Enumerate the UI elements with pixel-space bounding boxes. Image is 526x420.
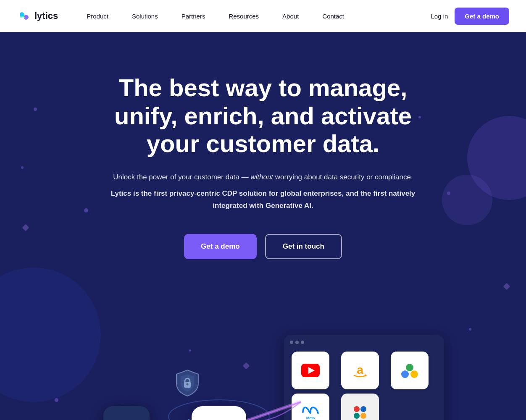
nav-item-contact[interactable]: Contact	[310, 13, 356, 20]
nav-item-resources[interactable]: Resources	[217, 13, 271, 20]
hero-subtitle-2: Lytics is the first privacy-centric CDP …	[99, 188, 427, 212]
deco-diamond	[22, 224, 29, 231]
nav-actions: Log in Get a demo	[431, 8, 509, 25]
nav-item-solutions[interactable]: Solutions	[120, 13, 170, 20]
logo-icon	[17, 9, 31, 23]
hero-section: The best way to manage, unify, enrich, a…	[0, 32, 526, 420]
navbar: lytics Product Solutions Partners Resour…	[0, 0, 526, 32]
deco-dot	[21, 166, 24, 169]
hero-get-in-touch-button[interactable]: Get in touch	[265, 234, 342, 259]
nav-links: Product Solutions Partners Resources Abo…	[75, 13, 431, 20]
hero-illustration: a M	[32, 318, 494, 420]
login-link[interactable]: Log in	[431, 13, 448, 20]
nav-get-demo-button[interactable]: Get a demo	[455, 8, 509, 25]
hero-subtitle-1: Unlock the power of your customer data —…	[99, 171, 427, 184]
hero-get-demo-button[interactable]: Get a demo	[184, 234, 257, 259]
logo-text: lytics	[34, 10, 58, 21]
svg-rect-0	[17, 9, 31, 23]
hero-content: The best way to manage, unify, enrich, a…	[74, 32, 452, 318]
deco-dot	[34, 108, 37, 111]
nav-item-product[interactable]: Product	[75, 13, 120, 20]
nav-item-partners[interactable]: Partners	[170, 13, 217, 20]
logo-link[interactable]: lytics	[17, 9, 58, 23]
hero-title: The best way to manage, unify, enrich, a…	[99, 74, 427, 158]
nav-item-about[interactable]: About	[271, 13, 310, 20]
hero-buttons: Get a demo Get in touch	[99, 234, 427, 259]
connector-svg	[32, 318, 494, 420]
deco-diamond	[503, 283, 510, 290]
